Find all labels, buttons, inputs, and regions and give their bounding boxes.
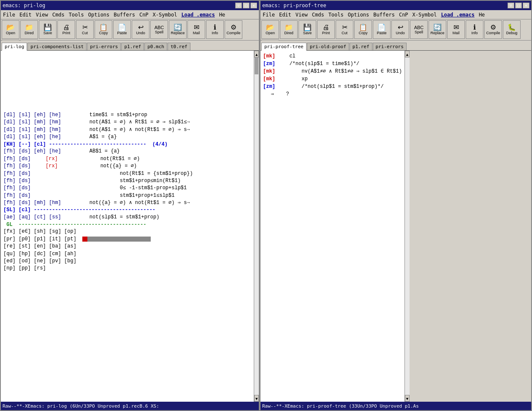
copy-icon-r: 📋 (359, 24, 367, 31)
left-status-bar: Raw--**-XEmacs: pri-log (6Un/33PO Unprov… (1, 402, 259, 410)
left-tab-pri-errors[interactable]: pri-errors (87, 43, 121, 50)
left-menu-loademacs[interactable]: Load .emacs (179, 11, 217, 19)
replace-icon-r: 🔄 (433, 24, 442, 31)
left-tab-t0ref[interactable]: t0.ref (168, 43, 190, 50)
left-toolbar-open[interactable]: 📂 Open (2, 20, 19, 39)
right-menu-cnp[interactable]: CnP (397, 11, 410, 19)
right-window: emacs: pri-proof-tree ▽ □ × File Edit Vi… (260, 0, 532, 411)
right-tab-pri-proof-tree[interactable]: pri-proof-tree (261, 43, 307, 51)
list-item: [fh] [ds] 0≤ -1-stm$1-prop+slp$1 (3, 185, 251, 192)
right-menu-tools[interactable]: Tools (326, 11, 346, 19)
left-menu-cnp[interactable]: CnP (137, 11, 151, 19)
right-toolbar-save[interactable]: 💾 Save (299, 20, 316, 39)
right-close-btn[interactable]: × (523, 3, 529, 8)
kh-separator: [KH] [--] [cl] -------------------------… (3, 141, 251, 148)
left-toolbar-print[interactable]: 🖨 Print (57, 20, 75, 39)
list-item: [fx] [e∈] [sh] [sg] [op] [pr] [p0] [p1] … (3, 228, 251, 272)
right-menu-file[interactable]: File (261, 11, 277, 19)
left-toolbar-compile[interactable]: ⚙ Compile (225, 20, 242, 39)
left-title-bar: emacs: pri-log ▽ □ × (1, 1, 259, 10)
right-content-area[interactable]: [mk] cl [zm] /*not(slp$1 = time$1)*/ [mk… (261, 51, 404, 402)
right-toolbar-spell[interactable]: ABC Spell (410, 20, 428, 39)
left-menu-cmds[interactable]: Cmds (50, 11, 67, 19)
left-toolbar-dired[interactable]: 📁 Dired (20, 20, 38, 39)
left-toolbar-paste[interactable]: 📄 Paste (113, 20, 131, 39)
right-menu-options[interactable]: Options (346, 11, 372, 19)
list-item: [dl] [sl] [eh] [he] time$1 = stm$1+prop (3, 112, 251, 119)
left-menu-view[interactable]: View (34, 11, 50, 19)
left-toolbar-undo[interactable]: ↩ Undo (132, 20, 149, 39)
right-minimize-btn[interactable]: ▽ (508, 3, 514, 8)
right-toolbar-compile[interactable]: ⚙ Compile (484, 20, 502, 39)
left-menu-file[interactable]: File (1, 11, 17, 19)
right-toolbar-debug[interactable]: 🐛 Debug (503, 20, 521, 39)
right-scroll-track[interactable] (405, 57, 410, 395)
right-toolbar-copy[interactable]: 📋 Copy (354, 20, 372, 39)
right-toolbar-mail[interactable]: ✉ Mail (447, 20, 465, 39)
right-scroll-up-btn[interactable]: ▲ (405, 51, 410, 57)
right-scrollbar[interactable]: ▲ ▼ (404, 51, 410, 402)
open-icon: 📂 (6, 24, 15, 31)
cut-icon-r: ✂ (342, 24, 347, 31)
left-menu-tools[interactable]: Tools (67, 11, 86, 19)
right-menu-he[interactable]: He (477, 11, 487, 19)
left-toolbar-cut[interactable]: ✂ Cut (76, 20, 94, 39)
right-menu-buffers[interactable]: Buffers (371, 11, 397, 19)
list-item: [mk] cl (263, 52, 402, 60)
right-toolbar-print[interactable]: 🖨 Print (317, 20, 335, 39)
left-toolbar-mail[interactable]: ✉ Mail (187, 20, 205, 39)
info-icon: ℹ (214, 24, 216, 31)
right-title-text: emacs: pri-proof-tree (262, 3, 326, 8)
list-item: [fh] [ds] [rx] not(Rt$1 = ∅) (3, 155, 251, 163)
right-toolbar-replace[interactable]: 🔄 Replace (429, 20, 446, 39)
right-menu-cmds[interactable]: Cmds (310, 11, 326, 19)
left-menu-buffers[interactable]: Buffers (111, 11, 137, 19)
left-menu-options[interactable]: Options (86, 11, 112, 19)
left-menu-xsymbol[interactable]: X-Symbol (151, 11, 179, 19)
left-toolbar-spell[interactable]: ABC Spell (150, 20, 168, 39)
left-toolbar-replace[interactable]: 🔄 Replace (169, 20, 187, 39)
left-menu-he[interactable]: He (217, 11, 227, 19)
left-content-area[interactable]: [dl] [sl] [eh] [he] time$1 = stm$1+prop … (1, 51, 254, 402)
left-tab-pri-log[interactable]: pri-log (2, 43, 27, 51)
left-tab-pri-components-list[interactable]: pri-components-list (27, 43, 87, 50)
right-menu-edit[interactable]: Edit (277, 11, 293, 19)
list-item: [fh] [ds] [eh] [he] AB$1 = {a} (3, 148, 251, 155)
left-close-btn[interactable]: × (250, 3, 257, 8)
undo-icon: ↩ (138, 24, 144, 31)
right-tab-pri-old-proof[interactable]: pri-old-proof (307, 43, 349, 50)
gl-separator: GL -------------------------------------… (3, 221, 251, 229)
left-toolbar-info[interactable]: ℹ Info (206, 20, 224, 39)
right-scroll-down-btn[interactable]: ▼ (405, 395, 410, 402)
left-scrollbar[interactable]: ▲ ▼ (254, 51, 259, 402)
scroll-thumb[interactable] (255, 57, 258, 74)
save-icon-r: 💾 (303, 24, 312, 31)
scroll-down-btn[interactable]: ▼ (254, 395, 259, 402)
scroll-track[interactable] (254, 57, 259, 395)
right-toolbar-dired[interactable]: 📁 Dired (280, 20, 298, 39)
right-maximize-btn[interactable]: □ (515, 3, 522, 8)
left-menu-edit[interactable]: Edit (17, 11, 34, 19)
paste-icon: 📄 (118, 24, 126, 31)
left-toolbar-copy[interactable]: 📋 Copy (95, 20, 112, 39)
left-maximize-btn[interactable]: □ (243, 3, 250, 8)
mail-icon: ✉ (194, 24, 199, 31)
dired-icon: 📁 (25, 24, 33, 31)
list-item: [fh] [ds] [rx] not({a} = ∅) (3, 163, 251, 170)
right-toolbar-cut[interactable]: ✂ Cut (336, 20, 353, 39)
right-menu-loademacs[interactable]: Load .emacs (439, 11, 476, 19)
left-toolbar-save[interactable]: 💾 Save (39, 20, 57, 39)
left-tab-p1ref[interactable]: p1.ref (121, 43, 144, 50)
right-tab-pri-errors[interactable]: pri-errors (373, 43, 407, 50)
scroll-up-btn[interactable]: ▲ (254, 51, 259, 57)
right-toolbar-open[interactable]: 📂 Open (261, 20, 279, 39)
list-item: [mk] xp (263, 75, 402, 83)
right-toolbar-info[interactable]: ℹ Info (466, 20, 483, 39)
right-menu-view[interactable]: View (293, 11, 310, 19)
right-tab-p1ref[interactable]: p1.ref (350, 43, 372, 50)
right-toolbar-undo[interactable]: ↩ Undo (391, 20, 409, 39)
right-menu-xsymbol[interactable]: X-Symbol (410, 11, 439, 19)
left-minimize-btn[interactable]: ▽ (235, 3, 242, 8)
left-tab-p0mch[interactable]: p0.mch (144, 43, 167, 50)
right-toolbar-paste[interactable]: 📄 Paste (373, 20, 391, 39)
